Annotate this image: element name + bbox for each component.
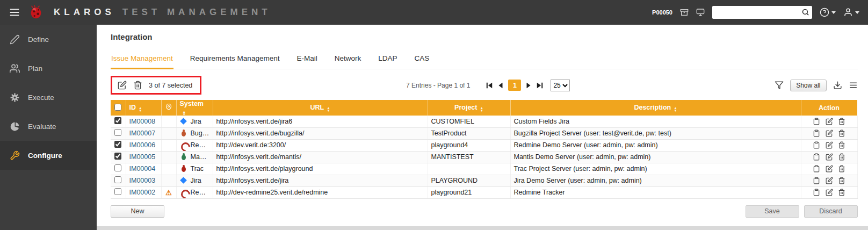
sidebar-item-evaluate[interactable]: Evaluate (0, 112, 97, 141)
tab-cas[interactable]: CAS (414, 53, 430, 69)
tab-issue-management[interactable]: Issue Management (111, 53, 173, 69)
delete-icon[interactable] (838, 153, 845, 161)
clipboard-icon[interactable] (813, 165, 820, 172)
status-pin-icon (165, 104, 172, 110)
search-input[interactable] (712, 6, 812, 19)
sort-icon[interactable]: ▲▼ (674, 106, 677, 112)
pagination: 7 Entries - Page 1 of 1 1 2 (406, 80, 570, 91)
table-row: IM00002 ⚠ Redmine http://dev-redmine25.v… (111, 186, 857, 198)
row-select-checkbox[interactable] (114, 153, 121, 160)
show-all-button[interactable]: Show all (790, 80, 826, 91)
edit-icon[interactable] (826, 177, 833, 184)
delete-icon[interactable] (838, 141, 845, 149)
tab-bar: Issue Management Requirements Management… (111, 53, 858, 69)
edit-selected-button[interactable] (118, 81, 127, 90)
save-button[interactable]: Save (746, 205, 799, 218)
row-id-link[interactable]: IM00006 (129, 141, 156, 149)
brand-name: KLAROS (54, 7, 115, 18)
row-project: PLAYGROUND (428, 175, 510, 186)
row-description: Bugzilla Project Server (user: test@veri… (510, 127, 801, 139)
new-button[interactable]: New (111, 205, 164, 218)
system-name: Trac (191, 165, 204, 172)
clipboard-icon[interactable] (813, 177, 820, 184)
row-select-checkbox[interactable] (114, 176, 121, 183)
project-code-badge: P00050 (652, 9, 672, 16)
row-description: Jira Demo Server (user: admin, pw: admin… (510, 175, 801, 186)
delete-icon[interactable] (838, 165, 845, 172)
column-header-description: Description (634, 104, 671, 111)
next-page-button[interactable] (525, 82, 532, 89)
sort-icon[interactable]: ▲▼ (139, 106, 142, 112)
row-select-checkbox[interactable] (114, 164, 121, 171)
row-id-link[interactable]: IM00007 (129, 130, 156, 137)
search-icon[interactable] (801, 8, 809, 16)
sort-icon[interactable]: ▲▼ (183, 110, 186, 116)
row-select-checkbox[interactable] (114, 117, 121, 124)
help-menu[interactable] (820, 8, 836, 17)
archive-icon[interactable] (680, 8, 689, 17)
clipboard-icon[interactable] (813, 141, 820, 149)
monitor-icon[interactable] (696, 8, 705, 17)
row-description: Redmine Tracker (510, 186, 801, 198)
last-page-button[interactable] (536, 82, 544, 89)
table-row: IM00006 ⚠ Redmine http://dev.verit.de:32… (111, 139, 857, 151)
delete-icon[interactable] (838, 130, 845, 137)
row-select-checkbox[interactable] (114, 141, 121, 148)
sidebar-item-define[interactable]: Define (0, 25, 97, 54)
tab-network[interactable]: Network (334, 53, 362, 69)
menu-icon[interactable] (9, 6, 20, 18)
selection-annotation-box: 3 of 7 selected (111, 76, 201, 95)
clipboard-icon[interactable] (813, 189, 820, 196)
warning-icon: ⚠ (165, 189, 172, 197)
row-id-link[interactable]: IM00008 (129, 118, 156, 125)
column-menu-icon[interactable] (849, 81, 858, 90)
first-page-button[interactable] (486, 82, 493, 89)
row-id-link[interactable]: IM00002 (129, 189, 156, 196)
tab-requirements-management[interactable]: Requirements Management (190, 53, 280, 69)
edit-icon[interactable] (826, 189, 833, 196)
edit-icon[interactable] (826, 153, 833, 161)
tab-email[interactable]: E-Mail (296, 53, 317, 69)
clipboard-icon[interactable] (813, 153, 820, 161)
row-select-checkbox[interactable] (114, 188, 121, 195)
export-icon[interactable] (833, 81, 842, 90)
sort-icon[interactable]: ▲▼ (480, 106, 483, 112)
user-menu[interactable] (843, 8, 859, 17)
delete-icon[interactable] (838, 118, 845, 125)
sidebar-item-execute[interactable]: Execute (0, 83, 97, 112)
previous-page-button[interactable] (497, 82, 504, 89)
column-header-system: System (180, 100, 204, 107)
discard-button[interactable]: Discard (804, 205, 858, 218)
row-id-link[interactable]: IM00005 (129, 153, 156, 161)
row-select-checkbox[interactable] (114, 129, 121, 136)
chevron-down-icon (831, 11, 836, 14)
clipboard-icon[interactable] (813, 118, 820, 125)
page-title: Integration (111, 32, 858, 41)
edit-icon[interactable] (826, 118, 833, 125)
entries-label: 7 Entries - Page 1 of 1 (406, 82, 470, 89)
filter-icon[interactable] (775, 81, 784, 90)
table-row: IM00005 ⚠ Mantis http://infosys.verit.de… (111, 151, 857, 163)
delete-selected-button[interactable] (133, 81, 142, 90)
help-icon (820, 8, 829, 17)
table-row: IM00003 ⚠ Jira http://infosys.verit.de/j… (111, 175, 857, 186)
integration-table: ID▲▼ System▲▼ URL▲▼ Project▲▼ Descriptio… (111, 100, 858, 199)
sidebar-item-plan[interactable]: Plan (0, 54, 97, 83)
delete-icon[interactable] (838, 189, 845, 196)
current-page-button[interactable]: 1 (508, 80, 521, 91)
edit-icon[interactable] (826, 165, 833, 172)
row-url: http://infosys.verit.de/jira (213, 175, 428, 186)
clipboard-icon[interactable] (813, 130, 820, 137)
sidebar-item-label: Configure (28, 152, 62, 160)
page-size-select[interactable]: 25 (551, 80, 570, 91)
edit-icon[interactable] (826, 130, 833, 137)
row-id-link[interactable]: IM00004 (129, 165, 156, 172)
tab-ldap[interactable]: LDAP (378, 53, 397, 69)
select-all-checkbox[interactable] (114, 104, 121, 111)
edit-icon[interactable] (826, 141, 833, 149)
sidebar-item-configure[interactable]: Configure (0, 141, 97, 170)
row-id-link[interactable]: IM00003 (129, 177, 156, 184)
delete-icon[interactable] (838, 177, 845, 184)
system-logo-icon (180, 141, 187, 148)
sort-icon[interactable]: ▲▼ (327, 106, 330, 112)
